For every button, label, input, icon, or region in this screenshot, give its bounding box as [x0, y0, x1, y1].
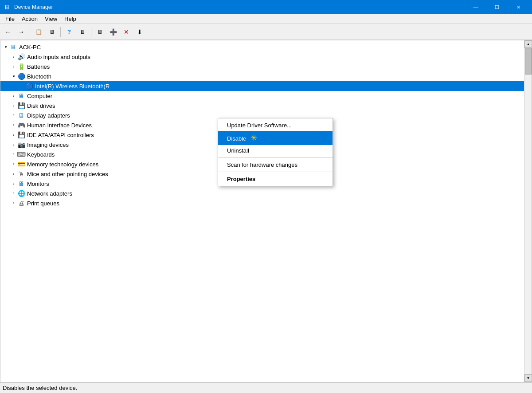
tree-root[interactable]: ▾ 🖥 ACK-PC — [0, 42, 524, 52]
monitors-label: Monitors — [27, 181, 49, 187]
download-button[interactable]: ⬇ — [133, 26, 146, 38]
tree-item-disk[interactable]: › 💾 Disk drives — [0, 101, 524, 110]
menu-view[interactable]: View — [41, 15, 61, 23]
bluetooth-label: Bluetooth — [27, 73, 51, 80]
menu-action[interactable]: Action — [18, 15, 41, 23]
context-scan[interactable]: Scan for hardware changes — [218, 159, 332, 170]
intel-bt-icon: 🔵 — [25, 82, 33, 90]
scan-changes-button[interactable]: 🖥 — [76, 26, 89, 38]
memory-label: Memory technology devices — [27, 161, 98, 168]
print-label: Print queues — [27, 200, 59, 207]
tree-item-network[interactable]: › 🌐 Network adapters — [0, 189, 524, 198]
toggle-keyboards[interactable]: › — [10, 151, 17, 158]
context-update-driver[interactable]: Update Driver Software... — [218, 120, 332, 131]
hid-icon: 🎮 — [17, 121, 25, 129]
toggle-ide[interactable]: › — [10, 131, 17, 138]
monitor-cat-icon: 🖥 — [17, 180, 25, 188]
network-label: Network adapters — [27, 190, 72, 197]
tree-item-bluetooth[interactable]: ▾ 🔵 Bluetooth — [0, 71, 524, 81]
disk-label: Disk drives — [27, 102, 55, 109]
imaging-label: Imaging devices — [27, 141, 69, 148]
audio-icon: 🔊 — [17, 53, 25, 61]
properties-button[interactable]: 📋 — [32, 26, 45, 38]
toggle-display[interactable]: › — [10, 112, 17, 119]
toggle-batteries[interactable]: › — [10, 63, 17, 70]
menu-file[interactable]: File — [2, 15, 18, 23]
toggle-intel-bt — [18, 83, 25, 90]
bluetooth-icon: 🔵 — [17, 72, 25, 80]
toggle-disk[interactable]: › — [10, 102, 17, 109]
disk-icon: 💾 — [17, 102, 25, 110]
tree-item-audio[interactable]: › 🔊 Audio inputs and outputs — [0, 52, 524, 62]
back-button[interactable]: ← — [2, 26, 14, 38]
context-menu: Update Driver Software... Disable ✳ Unin… — [218, 118, 333, 186]
forward-button[interactable]: → — [15, 26, 27, 38]
toggle-print[interactable]: › — [10, 200, 17, 207]
computer-icon: 🖥 — [9, 43, 17, 51]
display-label: Display adapters — [27, 112, 70, 119]
context-properties[interactable]: Properties — [218, 173, 332, 185]
display-icon: 🖥 — [17, 111, 25, 119]
update-driver-button[interactable]: 🖥 — [46, 26, 58, 38]
monitor-button[interactable]: 🖥 — [94, 26, 106, 38]
context-sep-1 — [218, 157, 332, 158]
hid-label: Human Interface Devices — [27, 122, 92, 129]
toggle-mice[interactable]: › — [10, 170, 17, 177]
device-tree[interactable]: ▾ 🖥 ACK-PC › 🔊 Audio inputs and outputs … — [0, 40, 524, 382]
batteries-label: Batteries — [27, 63, 50, 70]
scroll-track[interactable] — [524, 48, 532, 374]
mice-label: Mice and other pointing devices — [27, 171, 108, 177]
window-title: Device Manager — [14, 4, 53, 10]
close-button[interactable]: ✕ — [508, 0, 528, 14]
toggle-hid[interactable]: › — [10, 122, 17, 129]
toggle-network[interactable]: › — [10, 190, 17, 197]
audio-label: Audio inputs and outputs — [27, 54, 90, 60]
computer-label: Computer — [27, 93, 52, 99]
memory-icon: 💳 — [17, 160, 25, 168]
ide-label: IDE ATA/ATAPI controllers — [27, 132, 94, 138]
tree-item-intel-bluetooth[interactable]: 🔵 Intel(R) Wireless Bluetooth(R — [0, 81, 524, 91]
minimize-button[interactable]: — — [466, 0, 486, 14]
main-area: ▾ 🖥 ACK-PC › 🔊 Audio inputs and outputs … — [0, 40, 532, 382]
title-bar-left: 🖥 Device Manager — [4, 4, 53, 11]
context-disable[interactable]: Disable ✳ — [218, 131, 332, 145]
scroll-down-button[interactable]: ▼ — [524, 374, 532, 382]
app-icon: 🖥 — [4, 4, 11, 11]
scroll-up-button[interactable]: ▲ — [524, 40, 532, 48]
scroll-thumb[interactable] — [525, 48, 532, 75]
keyboards-label: Keyboards — [27, 151, 55, 158]
status-bar: Disables the selected device. — [0, 382, 532, 393]
window-controls: — ☐ ✕ — [466, 0, 528, 14]
toggle-bluetooth[interactable]: ▾ — [10, 73, 17, 80]
status-text: Disables the selected device. — [3, 385, 77, 391]
menu-help[interactable]: Help — [61, 15, 80, 23]
imaging-icon: 📷 — [17, 141, 25, 149]
scrollbar[interactable]: ▲ ▼ — [524, 40, 532, 382]
add-button[interactable]: ➕ — [107, 26, 119, 38]
tree-item-batteries[interactable]: › 🔋 Batteries — [0, 62, 524, 71]
context-sep-2 — [218, 172, 332, 172]
tree-item-computer[interactable]: › 🖥 Computer — [0, 91, 524, 101]
toggle-memory[interactable]: › — [10, 161, 17, 168]
toggle-imaging[interactable]: › — [10, 141, 17, 148]
toolbar: ← → 📋 🖥 ? 🖥 🖥 ➕ ✕ ⬇ — [0, 24, 532, 40]
help-button[interactable]: ? — [63, 26, 75, 38]
network-icon: 🌐 — [17, 189, 25, 197]
ide-icon: 💾 — [17, 131, 25, 139]
intel-bt-label: Intel(R) Wireless Bluetooth(R — [35, 83, 110, 90]
maximize-button[interactable]: ☐ — [487, 0, 507, 14]
toggle-computer[interactable]: › — [10, 92, 17, 99]
menu-bar: File Action View Help — [0, 14, 532, 24]
keyboard-icon: ⌨ — [17, 150, 25, 158]
toggle-monitors[interactable]: › — [10, 180, 17, 187]
mouse-icon: 🖱 — [17, 170, 25, 178]
print-icon: 🖨 — [17, 199, 25, 207]
toggle-audio[interactable]: › — [10, 53, 17, 60]
title-bar: 🖥 Device Manager — ☐ ✕ — [0, 0, 532, 14]
context-uninstall[interactable]: Uninstall — [218, 145, 332, 156]
separator-3 — [91, 27, 91, 37]
remove-button[interactable]: ✕ — [120, 26, 133, 38]
tree-item-print[interactable]: › 🖨 Print queues — [0, 198, 524, 208]
separator-2 — [60, 27, 61, 37]
toggle-root[interactable]: ▾ — [2, 43, 9, 51]
